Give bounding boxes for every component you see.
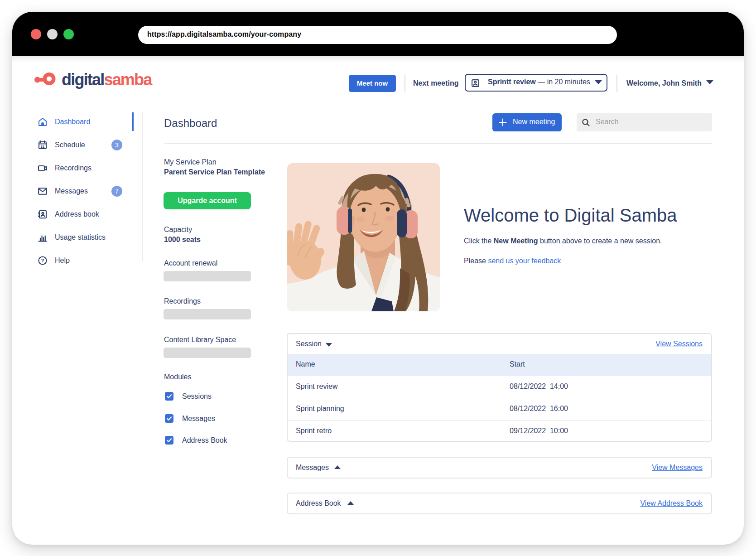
svg-text:31: 31 bbox=[41, 145, 44, 149]
svg-text:?: ? bbox=[41, 258, 44, 263]
